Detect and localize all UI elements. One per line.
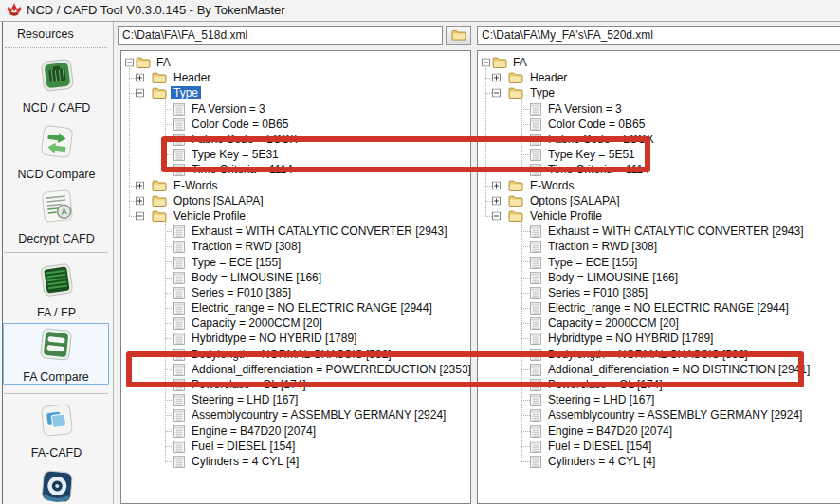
tree-row[interactable]: Steering = LHD [167] bbox=[121, 392, 470, 407]
sidebar-item-ncd-cafd[interactable]: NCD / CAFD bbox=[0, 55, 113, 115]
right-path-input[interactable] bbox=[477, 26, 840, 45]
tree-row[interactable]: Type = ECE [155] bbox=[478, 254, 840, 269]
expander-plus-icon[interactable] bbox=[136, 196, 144, 205]
tree-row[interactable]: Optons [SALAPA] bbox=[121, 193, 470, 208]
tree-node-label[interactable]: Header bbox=[530, 71, 567, 84]
tree-node-label[interactable]: Fuel = DIESEL [154] bbox=[548, 440, 651, 453]
sidebar-item-fa-compare[interactable]: FA Compare bbox=[3, 323, 109, 385]
tree-node-label[interactable]: Exhaust = WITH CATALYTIC CONVERTER [2943… bbox=[192, 225, 447, 238]
tree-row[interactable]: Powerclass = OL [174] bbox=[478, 377, 840, 392]
expander-minus-icon[interactable] bbox=[125, 59, 134, 67]
expander-minus-icon[interactable] bbox=[136, 211, 144, 220]
tree-node-label[interactable]: Cylinders = 4 CYL [4] bbox=[192, 455, 299, 468]
tree-node-label[interactable]: Vehicle Profile bbox=[173, 209, 246, 223]
tree-row[interactable]: Traction = RWD [308] bbox=[478, 239, 840, 254]
tree-node-label[interactable]: Assemblycountry = ASSEMBLY GERMANY [2924… bbox=[192, 408, 446, 422]
tree-row[interactable]: E-Words bbox=[478, 178, 840, 193]
tree-row[interactable]: Electric_range = NO ELECTRIC RANGE [2944… bbox=[121, 300, 470, 315]
tree-node-label[interactable]: Electric_range = NO ELECTRIC RANGE [2944… bbox=[192, 301, 432, 315]
tree-node-label[interactable]: Type bbox=[171, 86, 201, 99]
tree-row[interactable]: Fabric Code = LCOX bbox=[121, 132, 470, 147]
tree-row[interactable]: Type Key = 5E51 bbox=[478, 147, 840, 162]
tree-node-label[interactable]: Traction = RWD [308] bbox=[192, 240, 301, 253]
tree-row[interactable]: Traction = RWD [308] bbox=[121, 239, 470, 254]
tree-row[interactable]: Engine = B47D20 [2074] bbox=[121, 423, 470, 439]
tree-node-label[interactable]: Steering = LHD [167] bbox=[192, 393, 298, 406]
tree-row[interactable]: E-Words bbox=[121, 178, 470, 193]
tree-node-label[interactable]: FA bbox=[156, 56, 171, 69]
tree-row[interactable]: Color Code = 0B65 bbox=[121, 117, 470, 132]
tree-node-label[interactable]: Color Code = 0B65 bbox=[548, 117, 645, 131]
expander-minus-icon[interactable] bbox=[482, 59, 490, 67]
tree-node-label[interactable]: Color Code = 0B65 bbox=[192, 117, 288, 131]
tree-row[interactable]: Header bbox=[121, 70, 470, 85]
tree-row[interactable]: Time Criteria = 1114 bbox=[121, 162, 470, 177]
sidebar-item-ncd-compare[interactable]: NCD Compare bbox=[0, 121, 113, 181]
tree-node-label[interactable]: E-Words bbox=[173, 179, 217, 192]
tree-node-label[interactable]: Engine = B47D20 [2074] bbox=[548, 424, 672, 438]
tree-node-label[interactable]: Type bbox=[530, 86, 555, 99]
tree-node-label[interactable]: Body = LIMOUSINE [166] bbox=[548, 271, 678, 284]
tree-node-label[interactable]: FA Version = 3 bbox=[548, 102, 622, 116]
tree-row[interactable]: Bodylength = NORMAL CHASSIS [532] bbox=[121, 347, 470, 362]
tree-node-label[interactable]: Series = F010 [385] bbox=[192, 286, 291, 299]
tree-row[interactable]: Capacity = 2000CCM [20] bbox=[121, 315, 470, 331]
tree-row[interactable]: Cylinders = 4 CYL [4] bbox=[478, 454, 840, 469]
expander-plus-icon[interactable] bbox=[136, 181, 144, 189]
expander-plus-icon[interactable] bbox=[492, 196, 501, 205]
tree-row[interactable]: Fabric Code = LCOX bbox=[478, 132, 840, 147]
tree-node-label[interactable]: FA Version = 3 bbox=[192, 102, 265, 116]
left-path-input[interactable] bbox=[118, 26, 443, 45]
tree-row[interactable]: Fuel = DIESEL [154] bbox=[478, 439, 840, 454]
tree-node-label[interactable]: Powerclass = OL [174] bbox=[192, 378, 306, 391]
tree-row[interactable]: Cylinders = 4 CYL [4] bbox=[121, 454, 470, 469]
tree-row[interactable]: Addional_differenciation = POWERREDUCTIO… bbox=[121, 362, 470, 377]
tree-row[interactable]: Exhaust = WITH CATALYTIC CONVERTER [2943… bbox=[121, 224, 470, 239]
tree-row[interactable]: Body = LIMOUSINE [166] bbox=[478, 270, 840, 285]
tree-node-label[interactable]: Optons [SALAPA] bbox=[173, 194, 264, 207]
tree-node-label[interactable]: Time Criteria = 1114 bbox=[192, 163, 293, 176]
tree-row[interactable]: FA Version = 3 bbox=[121, 101, 470, 117]
tree-row[interactable]: Header bbox=[478, 70, 840, 85]
tree-row[interactable]: Assemblycountry = ASSEMBLY GERMANY [2924… bbox=[478, 407, 840, 423]
expander-minus-icon[interactable] bbox=[492, 89, 501, 98]
tree-row[interactable]: Series = F010 [385] bbox=[478, 285, 840, 300]
tree-node-label[interactable]: FA bbox=[513, 56, 527, 69]
tree-node-label[interactable]: E-Words bbox=[530, 179, 574, 192]
tree-node-label[interactable]: Bodylength = NORMAL CHASSIS [532] bbox=[192, 348, 392, 361]
expander-minus-icon[interactable] bbox=[136, 89, 144, 98]
tree-row[interactable]: Vehicle Profile bbox=[478, 208, 840, 224]
tree-row[interactable]: Time Criteria = 1114 bbox=[478, 162, 840, 177]
tree-row[interactable]: Type = ECE [155] bbox=[121, 254, 470, 269]
sidebar-item-decrypt-cafd[interactable]: A Decrypt CAFD bbox=[0, 186, 113, 245]
tree-node-label[interactable]: Assemblycountry = ASSEMBLY GERMANY [2924… bbox=[548, 408, 802, 422]
browse-folder-button[interactable] bbox=[446, 26, 471, 45]
tree-row[interactable]: FA bbox=[478, 55, 840, 70]
sidebar-item-fa-cafd[interactable]: FA-CAFD bbox=[0, 400, 113, 459]
tree-row[interactable]: Capacity = 2000CCM [20] bbox=[478, 315, 840, 331]
tree-node-label[interactable]: Powerclass = OL [174] bbox=[548, 378, 663, 391]
tree-node-label[interactable]: Vehicle Profile bbox=[530, 209, 602, 223]
expander-plus-icon[interactable] bbox=[492, 74, 501, 82]
tree-node-label[interactable]: Electric_range = NO ELECTRIC RANGE [2944… bbox=[548, 301, 789, 315]
tree-node-label[interactable]: Addional_differenciation = POWERREDUCTIO… bbox=[192, 363, 470, 376]
tree-node-label[interactable]: Fabric Code = LCOX bbox=[548, 133, 654, 146]
expander-plus-icon[interactable] bbox=[492, 181, 501, 189]
tree-row[interactable]: Hybridtype = NO HYBRID [1789] bbox=[478, 331, 840, 346]
tree-row[interactable]: Body = LIMOUSINE [166] bbox=[121, 270, 470, 285]
tree-row[interactable]: Engine = B47D20 [2074] bbox=[478, 423, 840, 439]
tree-row[interactable]: Optons [SALAPA] bbox=[478, 193, 840, 208]
tree-row[interactable]: Vehicle Profile bbox=[121, 208, 470, 224]
tree-node-label[interactable]: Fabric Code = LCOX bbox=[192, 133, 298, 146]
tree-row[interactable]: FA Version = 3 bbox=[478, 101, 840, 117]
tree-node-label[interactable]: Steering = LHD [167] bbox=[548, 393, 654, 406]
tree-node-label[interactable]: Series = F010 [385] bbox=[548, 286, 648, 299]
tree-row[interactable]: Assemblycountry = ASSEMBLY GERMANY [2924… bbox=[121, 407, 470, 423]
tree-row[interactable]: Steering = LHD [167] bbox=[478, 392, 840, 407]
tree-node-label[interactable]: Hybridtype = NO HYBRID [1789] bbox=[548, 332, 713, 345]
tree-node-label[interactable]: Capacity = 2000CCM [20] bbox=[548, 316, 679, 330]
tree-node-label[interactable]: Capacity = 2000CCM [20] bbox=[192, 316, 322, 330]
tree-row[interactable]: Addional_differenciation = NO DISTINCTIO… bbox=[478, 362, 840, 377]
tree-row[interactable]: Electric_range = NO ELECTRIC RANGE [2944… bbox=[478, 300, 840, 315]
tree-node-label[interactable]: Cylinders = 4 CYL [4] bbox=[548, 455, 655, 468]
